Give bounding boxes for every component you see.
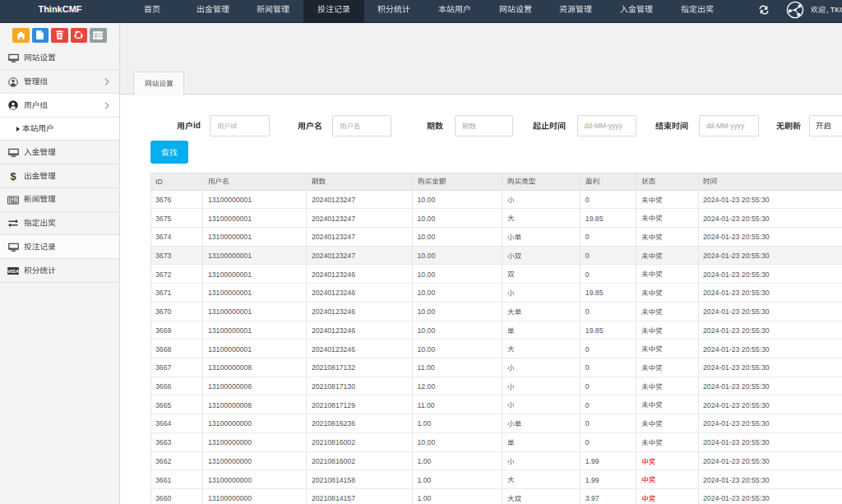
svg-text:VISA: VISA: [7, 268, 19, 274]
